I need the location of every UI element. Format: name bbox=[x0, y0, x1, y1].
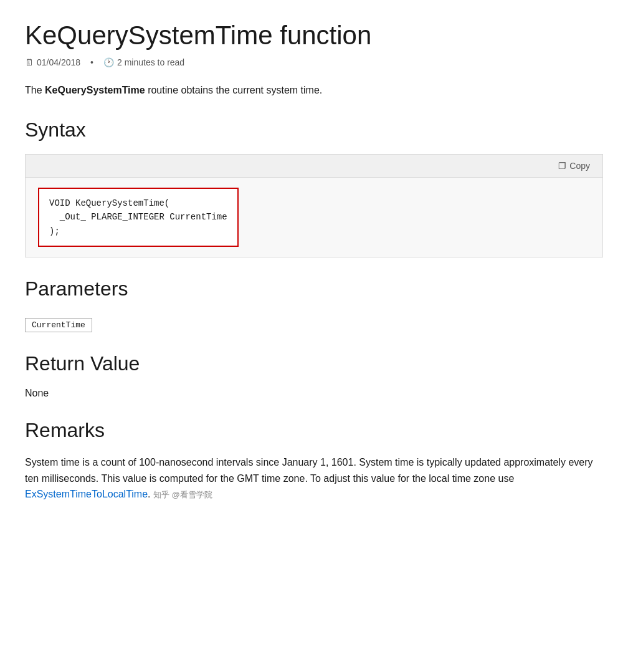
return-value-text: None bbox=[25, 388, 603, 399]
intro-prefix: The bbox=[25, 85, 45, 95]
copy-label: Copy bbox=[569, 161, 590, 171]
intro-suffix: routine obtains the current system time. bbox=[145, 85, 323, 95]
copy-button[interactable]: ❐ Copy bbox=[553, 158, 595, 173]
remarks-paragraph: System time is a count of 100-nanosecond… bbox=[25, 454, 603, 502]
meta-date: 01/04/2018 bbox=[37, 57, 80, 67]
read-time-meta: 🕐 2 minutes to read bbox=[103, 57, 184, 67]
remarks-heading: Remarks bbox=[25, 419, 603, 442]
remarks-section: Remarks System time is a count of 100-na… bbox=[25, 419, 603, 502]
meta-separator: • bbox=[90, 57, 93, 67]
remarks-link[interactable]: ExSystemTimeToLocalTime bbox=[25, 489, 148, 499]
code-text: VOID KeQuerySystemTime( _Out_ PLARGE_INT… bbox=[49, 196, 227, 238]
code-toolbar: ❐ Copy bbox=[26, 155, 602, 178]
watermark: 知乎 @看雪学院 bbox=[153, 490, 212, 499]
intro-function-name: KeQuerySystemTime bbox=[45, 85, 145, 95]
calendar-icon: 🗓 bbox=[25, 57, 34, 67]
parameters-section: Parameters CurrentTime bbox=[25, 277, 603, 332]
syntax-section: Syntax ❐ Copy VOID KeQuerySystemTime( _O… bbox=[25, 118, 603, 257]
meta-info: 🗓 01/04/2018 • 🕐 2 minutes to read bbox=[25, 57, 603, 67]
return-value-section: Return Value None bbox=[25, 352, 603, 399]
remarks-text-after: . bbox=[148, 489, 150, 499]
code-block-content: VOID KeQuerySystemTime( _Out_ PLARGE_INT… bbox=[26, 178, 602, 257]
code-block-wrapper: ❐ Copy VOID KeQuerySystemTime( _Out_ PLA… bbox=[25, 154, 603, 257]
return-value-heading: Return Value bbox=[25, 352, 603, 375]
code-highlighted-block: VOID KeQuerySystemTime( _Out_ PLARGE_INT… bbox=[38, 188, 239, 247]
meta-read-time: 2 minutes to read bbox=[117, 57, 184, 67]
page-title: KeQuerySystemTime function bbox=[25, 20, 603, 51]
remarks-text-before: System time is a count of 100-nanosecond… bbox=[25, 457, 593, 484]
clock-icon: 🕐 bbox=[103, 57, 114, 67]
syntax-heading: Syntax bbox=[25, 118, 603, 142]
param-badge: CurrentTime bbox=[25, 318, 92, 332]
intro-paragraph: The KeQuerySystemTime routine obtains th… bbox=[25, 82, 603, 98]
copy-icon: ❐ bbox=[558, 161, 566, 171]
parameters-heading: Parameters bbox=[25, 277, 603, 300]
date-meta: 🗓 01/04/2018 bbox=[25, 57, 80, 67]
